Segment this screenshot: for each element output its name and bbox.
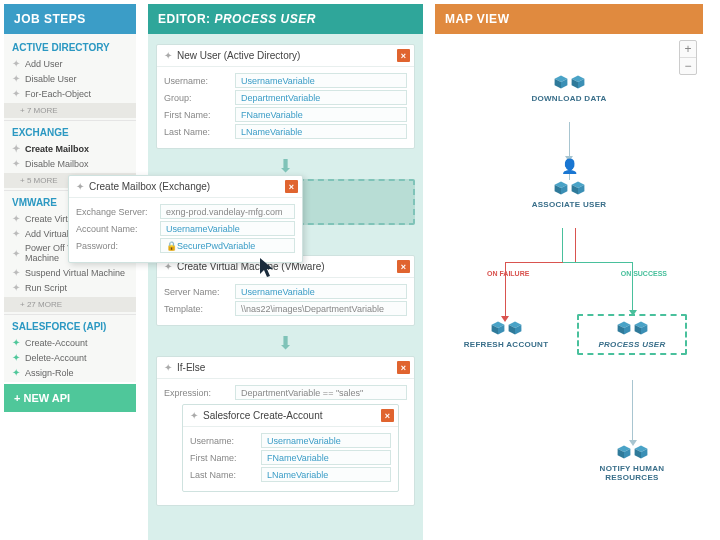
close-icon[interactable]: × <box>397 260 410 273</box>
field-label: Group: <box>164 93 229 103</box>
spark-icon: ✦ <box>12 213 20 224</box>
field-lastname[interactable]: LNameVariable <box>235 124 407 139</box>
field-label: Username: <box>190 436 255 446</box>
field-label: Username: <box>164 76 229 86</box>
step-disable-user[interactable]: ✦Disable User <box>4 71 136 86</box>
cube-icon <box>616 444 632 460</box>
field-label: Last Name: <box>164 127 229 137</box>
step-suspend-vm[interactable]: ✦Suspend Virtual Machine <box>4 265 136 280</box>
card-new-user[interactable]: × ✦New User (Active Directory) Username:… <box>156 44 415 149</box>
close-icon[interactable]: × <box>381 409 394 422</box>
spark-icon: ✦ <box>12 73 20 84</box>
node-notify-hr[interactable]: NOTIFY HUMAN RESOURCES <box>577 444 687 482</box>
field-account-name[interactable]: UsernameVariable <box>160 221 295 236</box>
spark-icon: ✦ <box>12 248 20 259</box>
field-label: Last Name: <box>190 470 255 480</box>
close-icon[interactable]: × <box>285 180 298 193</box>
field-username[interactable]: UsernameVariable <box>261 433 391 448</box>
field-label: Password: <box>76 241 154 251</box>
close-icon[interactable]: × <box>397 361 410 374</box>
more-ad[interactable]: + 7 MORE <box>4 103 136 118</box>
step-create-account[interactable]: ✦Create-Account <box>4 335 136 350</box>
step-create-mailbox[interactable]: ✦Create Mailbox <box>4 141 136 156</box>
sidebar-header: JOB STEPS <box>4 4 136 34</box>
editor-header: EDITOR: PROCESS USER <box>148 4 423 34</box>
new-api-button[interactable]: + NEW API <box>4 384 136 412</box>
node-process-user[interactable]: PROCESS USER <box>577 314 687 355</box>
field-exchange-server[interactable]: exng-prod.vandelay-mfg.com <box>160 204 295 219</box>
person-icon: 👤 <box>561 158 578 174</box>
field-label: First Name: <box>190 453 255 463</box>
group-active-directory[interactable]: ACTIVE DIRECTORY <box>4 36 136 56</box>
spark-icon: ✦ <box>164 362 172 373</box>
field-template[interactable]: \\nas22\images\DepartmentVariable <box>235 301 407 316</box>
editor-canvas: × ✦New User (Active Directory) Username:… <box>148 34 423 540</box>
node-associate-user[interactable]: ASSOCIATE USER <box>509 180 629 209</box>
connector-line <box>569 122 570 158</box>
node-download-data[interactable]: DOWNLOAD DATA <box>509 74 629 103</box>
field-label: Server Name: <box>164 287 229 297</box>
spark-icon: ✦ <box>12 228 20 239</box>
field-lastname[interactable]: LNameVariable <box>261 467 391 482</box>
dragging-card-create-mailbox[interactable]: × ✦Create Mailbox (Exchange) Exchange Se… <box>68 175 303 263</box>
step-run-script[interactable]: ✦Run Script <box>4 280 136 295</box>
spark-icon: ✦ <box>12 367 20 378</box>
field-label: Expression: <box>164 388 229 398</box>
card-title: Salesforce Create-Account <box>203 410 323 421</box>
step-disable-mailbox[interactable]: ✦Disable Mailbox <box>4 156 136 171</box>
flow-arrow-icon: ⬇ <box>156 155 415 177</box>
field-label: Template: <box>164 304 229 314</box>
flow-arrow-icon: ⬇ <box>156 332 415 354</box>
spark-icon: ✦ <box>12 282 20 293</box>
spark-icon: ✦ <box>12 158 20 169</box>
connector-succ <box>562 228 563 262</box>
field-firstname[interactable]: FNameVariable <box>235 107 407 122</box>
spark-icon: ✦ <box>12 337 20 348</box>
connector-fail <box>575 228 576 262</box>
field-label: Account Name: <box>76 224 154 234</box>
cube-icon <box>553 180 569 196</box>
node-refresh-account[interactable]: REFRESH ACCOUNT <box>451 320 561 349</box>
card-title: Create Mailbox (Exchange) <box>89 181 210 192</box>
connector-line <box>632 380 633 442</box>
close-icon[interactable]: × <box>397 49 410 62</box>
cube-icon <box>633 320 649 336</box>
map-canvas[interactable]: + − ON FAILURE ON SUCCESS DOWNLOAD DATA … <box>435 34 703 540</box>
card-create-vm[interactable]: × ✦Create Virtual Machine (VMware) Serve… <box>156 255 415 326</box>
field-expression[interactable]: DepartmentVariable == "sales" <box>235 385 407 400</box>
spark-icon: ✦ <box>76 181 84 192</box>
card-if-else[interactable]: × ✦If-Else Expression:DepartmentVariable… <box>156 356 415 506</box>
label-on-failure: ON FAILURE <box>487 270 529 277</box>
field-label: Exchange Server: <box>76 207 154 217</box>
step-foreach[interactable]: ✦For-Each-Object <box>4 86 136 101</box>
drop-zone[interactable]: × ✦Create Mailbox (Exchange) Exchange Se… <box>156 179 415 225</box>
field-label: First Name: <box>164 110 229 120</box>
cube-icon <box>490 320 506 336</box>
spark-icon: ✦ <box>164 50 172 61</box>
cube-icon <box>570 74 586 90</box>
field-firstname[interactable]: FNameVariable <box>261 450 391 465</box>
group-salesforce[interactable]: SALESFORCE (API) <box>4 314 136 335</box>
spark-icon: ✦ <box>12 352 20 363</box>
step-add-user[interactable]: ✦Add User <box>4 56 136 71</box>
card-title: New User (Active Directory) <box>177 50 300 61</box>
spark-icon: ✦ <box>12 267 20 278</box>
step-delete-account[interactable]: ✦Delete-Account <box>4 350 136 365</box>
field-group[interactable]: DepartmentVariable <box>235 90 407 105</box>
more-vmware[interactable]: + 27 MORE <box>4 297 136 312</box>
map-header: MAP VIEW <box>435 4 703 34</box>
cube-icon <box>553 74 569 90</box>
field-password[interactable]: 🔒SecurePwdVariable <box>160 238 295 253</box>
step-assign-role[interactable]: ✦Assign-Role <box>4 365 136 380</box>
cube-icon <box>633 444 649 460</box>
cube-icon <box>507 320 523 336</box>
field-server-name[interactable]: UsernameVariable <box>235 284 407 299</box>
card-sf-create-account[interactable]: × ✦Salesforce Create-Account Username:Us… <box>182 404 399 492</box>
group-exchange[interactable]: EXCHANGE <box>4 120 136 141</box>
cube-icon <box>616 320 632 336</box>
spark-icon: ✦ <box>190 410 198 421</box>
field-username[interactable]: UsernameVariable <box>235 73 407 88</box>
cursor-icon <box>258 256 278 280</box>
spark-icon: ✦ <box>12 88 20 99</box>
card-title: If-Else <box>177 362 205 373</box>
